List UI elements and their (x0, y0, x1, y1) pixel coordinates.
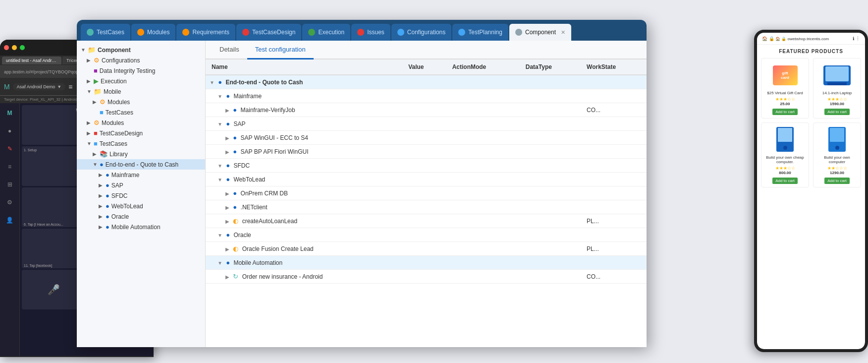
tree-label-sfdc: SFDC (111, 192, 128, 199)
table-row[interactable]: ▶ ◐ Oracle Fusion Create Lead PL... (206, 242, 647, 256)
row-icon: ● (226, 120, 230, 127)
add-to-cart-laptop[interactable]: Add to cart (824, 109, 850, 115)
tree-mobile[interactable]: ▼ 📁 Mobile (77, 86, 205, 97)
close-dot[interactable] (4, 45, 9, 50)
row-expand-icon[interactable]: ▶ (225, 108, 229, 113)
row-expand-icon[interactable]: ▼ (217, 121, 222, 127)
table-row[interactable]: ▶ ● Mainframe-VerifyJob CO... (206, 103, 647, 117)
tree-webtolead[interactable]: ▶ ● WebToLead (77, 201, 205, 211)
col-workstate: WorkState (581, 60, 647, 75)
bars-icon[interactable]: ≡ (68, 83, 72, 91)
tab-untitled[interactable]: untitled test - Asaf Android De... (2, 57, 61, 64)
tab-modules[interactable]: Modules (131, 24, 175, 41)
tab-configurations[interactable]: Configurations (391, 24, 451, 41)
tree-arrow-exec: ▶ (87, 78, 92, 84)
tab-testcasedesign[interactable]: TestCaseDesign (236, 24, 301, 41)
add-to-cart-desktop2[interactable]: Add to cart (824, 178, 850, 184)
row-datatype (520, 200, 581, 214)
tree-sfdc[interactable]: ▶ ● SFDC (77, 190, 205, 201)
tree-mainframe[interactable]: ▶ ● Mainframe (77, 170, 205, 180)
table-row[interactable]: ▶ ● SAP BP API Fiori WinGUI (206, 145, 647, 159)
row-expand-icon[interactable]: ▼ (217, 177, 222, 182)
table-row[interactable]: ▼ ● End-to-end - Quote to Cash (206, 75, 647, 89)
table-row[interactable]: ▼ ● WebToLead (206, 173, 647, 186)
row-expand-icon[interactable]: ▼ (217, 260, 222, 266)
tab-testcases[interactable]: TestCases (81, 24, 130, 41)
row-actionmode (446, 103, 520, 117)
row-expand-icon[interactable]: ▼ (217, 94, 222, 99)
tree-mobile-modules[interactable]: ▶ ⚙ Modules (77, 97, 205, 107)
tree-sap[interactable]: ▶ ● SAP (77, 180, 205, 190)
table-row[interactable]: ▶ ● SAP WinGUI - ECC to S4 (206, 131, 647, 145)
product-stars-desktop1: ★★★☆☆ (764, 166, 806, 171)
sub-tab-details[interactable]: Details (212, 41, 247, 60)
row-expand-icon[interactable]: ▶ (225, 149, 229, 155)
minimize-dot[interactable] (12, 45, 17, 50)
tree-execution[interactable]: ▶ ▶ Execution (77, 76, 205, 86)
row-expand-icon[interactable]: ▶ (225, 205, 229, 210)
tab-component[interactable]: Component ✕ (509, 24, 571, 41)
sidebar-grid[interactable]: ⊞ (4, 179, 16, 190)
tree-root[interactable]: ▼ 📁 Component (77, 45, 205, 55)
row-datatype (520, 103, 581, 117)
tree-mobile-testcases[interactable]: ■ TestCases (77, 107, 205, 118)
row-value (402, 131, 446, 145)
row-workstate (581, 159, 647, 173)
row-expand-icon[interactable]: ▶ (225, 246, 229, 252)
sidebar-list[interactable]: ≡ (4, 161, 16, 173)
sidebar-user[interactable]: 👤 (4, 214, 16, 226)
tab-testplanning[interactable]: TestPlanning (452, 24, 508, 41)
sub-tab-test-config[interactable]: Test configuration (247, 41, 314, 60)
table-row[interactable]: ▼ ● SAP (206, 117, 647, 131)
tree-oracle[interactable]: ▶ ● Oracle (77, 211, 205, 222)
window-body: ▼ 📁 Component ▶ ⚙ Configurations ■ Data … (77, 41, 647, 347)
add-to-cart-gift[interactable]: Add to cart (772, 109, 798, 115)
table-row[interactable]: ▶ ↻ Order new insurance - Android CO... (206, 270, 647, 284)
row-icon: ● (226, 259, 230, 266)
row-expand-icon[interactable]: ▼ (217, 233, 222, 238)
table-row[interactable]: ▼ ● SFDC (206, 159, 647, 173)
table-row[interactable]: ▼ ● Mainframe (206, 89, 647, 103)
tab-close-comp[interactable]: ✕ (561, 29, 565, 36)
right-phone-inner: 🏠 🔒 🏠 🔒 owebshop.tricentis.com ℹ ⋮ FEATU… (757, 33, 865, 349)
table-row[interactable]: ▼ ● Oracle (206, 228, 647, 242)
tree-testcases[interactable]: ▼ ■ TestCases (77, 138, 205, 149)
table-row[interactable]: ▶ ● OnPrem CRM DB (206, 186, 647, 200)
tree-icon-di: ■ (94, 67, 98, 74)
laptop-img (823, 65, 851, 85)
tree-icon-sfdc: ● (106, 192, 109, 199)
cell-label-7: 11. Tap [facebook] (24, 264, 52, 267)
row-expand-icon[interactable]: ▼ (217, 163, 222, 169)
table-row[interactable]: ▼ ● Mobile Automation (206, 256, 647, 270)
table-row[interactable]: ▶ ◐ createAutoLoanLead PL... (206, 214, 647, 228)
tree-library[interactable]: ▶ 📚 Library (77, 149, 205, 159)
dropdown-arrow[interactable]: ▼ (57, 84, 61, 89)
row-expand-icon[interactable]: ▶ (225, 219, 229, 224)
row-actionmode (446, 200, 520, 214)
laptop-screen (825, 66, 849, 81)
tab-requirements[interactable]: Requirements (176, 24, 235, 41)
sidebar-settings[interactable]: ⚙ (4, 196, 16, 208)
row-expand-icon[interactable]: ▶ (225, 274, 229, 280)
row-expand-icon[interactable]: ▶ (225, 191, 229, 196)
tree-modules[interactable]: ▶ ⚙ Modules (77, 118, 205, 128)
sidebar-edit[interactable]: ✎ (4, 143, 16, 155)
tree-label-tcd: TestCaseDesign (100, 130, 143, 137)
tree-tcd[interactable]: ▶ ■ TestCaseDesign (77, 128, 205, 138)
maximize-dot[interactable] (20, 45, 25, 50)
row-expand-icon[interactable]: ▼ (210, 80, 215, 85)
tab-execution[interactable]: Execution (302, 24, 350, 41)
left-sidebar: M ● ✎ ≡ ⊞ ⚙ 👤 (0, 103, 20, 356)
tab-issues[interactable]: Issues (351, 24, 390, 41)
add-to-cart-desktop1[interactable]: Add to cart (772, 178, 798, 184)
table-row[interactable]: ▶ ● .NETclient (206, 200, 647, 214)
sidebar-record[interactable]: ● (4, 125, 16, 137)
tree-mobile-auto[interactable]: ▶ ● Mobile Automation (77, 222, 205, 232)
tree-configurations[interactable]: ▶ ⚙ Configurations (77, 55, 205, 65)
tree-sidebar: ▼ 📁 Component ▶ ⚙ Configurations ■ Data … (77, 41, 206, 347)
row-expand-icon[interactable]: ▶ (225, 135, 229, 141)
tree-arrow-sfdc: ▶ (99, 193, 104, 198)
tab-icon-conf (397, 29, 404, 36)
tree-data-integrity[interactable]: ■ Data Integrity Testing (77, 65, 205, 76)
tree-e2e[interactable]: ▼ ● End-to-end - Quote to Cash (77, 159, 205, 170)
